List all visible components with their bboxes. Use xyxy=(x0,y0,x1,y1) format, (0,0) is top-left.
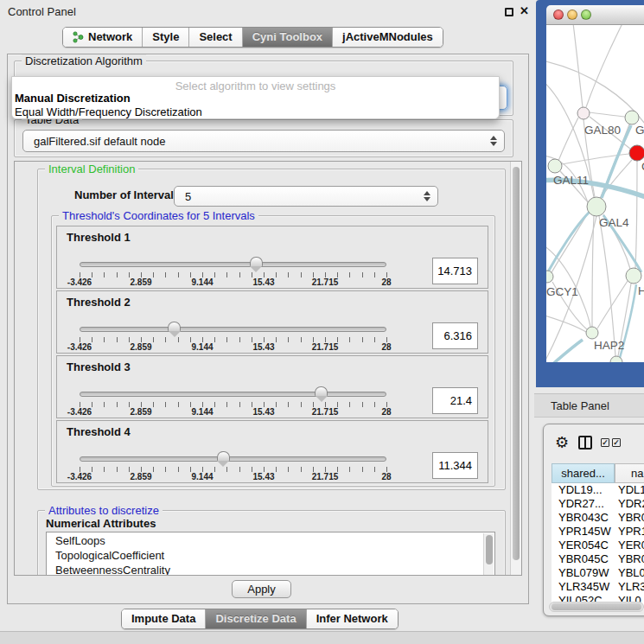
node-gal11[interactable] xyxy=(548,159,562,173)
popup-item-manual-discretization[interactable]: Manual Discretization xyxy=(15,92,131,105)
checkbox-icon[interactable]: ✓ xyxy=(601,438,609,447)
interval-definition-title: Interval Definition xyxy=(45,163,138,175)
popup-item-equal-width[interactable]: Equal Width/Frequency Discretization xyxy=(15,105,202,118)
app-root: Control Panel ✕ Network Style Select Cyn… xyxy=(0,0,644,644)
list-scrollbar[interactable] xyxy=(483,533,494,576)
numerical-attributes-list[interactable]: SelfLoops TopologicalCoefficient Between… xyxy=(46,532,495,576)
threshold-3-slider[interactable]: -3.426 2.859 9.144 15.43 21.715 28 xyxy=(80,387,386,417)
network-icon xyxy=(73,31,84,43)
table-row[interactable]: YER054CYER0 xyxy=(552,539,644,552)
node-top-right[interactable] xyxy=(625,111,639,124)
list-item[interactable]: SelfLoops xyxy=(55,534,105,547)
apply-button[interactable]: Apply xyxy=(232,580,291,598)
checkbox-icon[interactable]: ✓ xyxy=(612,438,621,447)
table-row[interactable]: YDR27...YDR2 xyxy=(552,497,644,511)
table-panel-bar: Table Panel xyxy=(534,393,644,418)
label-gal4: GAL4 xyxy=(599,216,629,229)
node-hap2[interactable] xyxy=(586,327,598,339)
threshold-3-panel: Threshold 3 -3.426 2.859 9.144 15.43 21.… xyxy=(56,355,488,418)
node-gal4[interactable] xyxy=(587,197,606,216)
algorithm-dropdown-popup: Select algorithm to view settings Manual… xyxy=(11,76,500,119)
close-traffic-light-icon[interactable] xyxy=(553,10,564,20)
table-body: YDL19...YDL1 YDR27...YDR2 YBR043CYBR0 YP… xyxy=(552,483,644,609)
slider-thumb[interactable] xyxy=(217,451,230,461)
float-window-icon[interactable] xyxy=(505,8,513,16)
table-row[interactable]: YBR043CYBR0 xyxy=(552,511,644,525)
slider-track[interactable] xyxy=(80,262,386,267)
list-item[interactable]: TopologicalCoefficient xyxy=(55,549,164,562)
node-selected-red[interactable] xyxy=(629,145,644,161)
label-gcy1: GCY1 xyxy=(546,285,578,298)
label-gal11: GAL11 xyxy=(553,174,589,187)
bottom-tab-bar: Impute Data Discretize Data Infer Networ… xyxy=(121,609,399,629)
gear-icon[interactable]: ⚙ xyxy=(555,433,569,451)
table-row[interactable]: YBL079WYBL0 xyxy=(552,566,644,580)
settings-scrollbar[interactable] xyxy=(510,162,521,575)
tab-infer-network[interactable]: Infer Network xyxy=(306,609,398,628)
table-row[interactable]: YBR045CYBR0 xyxy=(552,552,644,566)
combo-arrows-icon xyxy=(490,136,497,146)
discretization-algorithm-title: Discretization Algorithm xyxy=(22,54,146,67)
table-subwindow: ⚙ ✓ ✓ shared... na YDL19...YDL1 YDR27...… xyxy=(543,424,644,616)
tab-discretize-data[interactable]: Discretize Data xyxy=(205,609,305,628)
tab-select[interactable]: Select xyxy=(188,28,241,47)
table-data-combo[interactable]: galFiltered.sif default node xyxy=(22,130,505,152)
slider-thumb[interactable] xyxy=(168,322,181,331)
node-gcy1[interactable] xyxy=(546,271,553,283)
slider-track[interactable] xyxy=(80,392,386,397)
network-canvas[interactable]: GAL80 GA C GAL11 GAL4 GCY1 H HAP2 xyxy=(546,25,644,362)
zoom-traffic-light-icon[interactable] xyxy=(581,10,591,20)
columns-icon[interactable] xyxy=(578,436,592,450)
threshold-4-value-field[interactable]: 11.344 xyxy=(432,452,478,479)
table-row[interactable]: YDL19...YDL1 xyxy=(552,483,644,497)
table-horizontal-scrollbar[interactable] xyxy=(549,602,644,612)
number-of-intervals-label: Number of Intervals xyxy=(74,188,180,201)
tab-network[interactable]: Network xyxy=(63,28,142,47)
threshold-1-panel: Threshold 1 -3.426 2.859 9.144 15.43 21.… xyxy=(56,226,488,289)
number-of-intervals-spinner[interactable]: 5 xyxy=(174,186,438,207)
attributes-group-title: Attributes to discretize xyxy=(45,504,163,517)
minimize-traffic-light-icon[interactable] xyxy=(567,10,577,20)
slider-track[interactable] xyxy=(80,456,386,462)
column-header-shared-name[interactable]: shared... xyxy=(552,463,615,483)
table-data-value: galFiltered.sif default node xyxy=(34,135,165,148)
threshold-1-slider[interactable]: -3.426 2.859 9.144 15.43 21.715 28 xyxy=(80,258,386,287)
threshold-2-slider[interactable]: -3.426 2.859 9.144 15.43 21.715 28 xyxy=(80,322,386,352)
slider-thumb[interactable] xyxy=(315,386,328,396)
panel-title: Control Panel xyxy=(8,5,76,18)
tab-impute-data[interactable]: Impute Data xyxy=(122,609,205,628)
table-header-row: shared... na xyxy=(544,463,644,483)
slider-thumb[interactable] xyxy=(250,257,263,266)
threshold-1-value-field[interactable]: 14.713 xyxy=(432,258,478,284)
tab-network-label: Network xyxy=(88,30,132,43)
table-panel-title: Table Panel xyxy=(551,399,609,412)
threshold-2-value-field[interactable]: 6.316 xyxy=(432,322,478,349)
tab-style[interactable]: Style xyxy=(142,28,188,47)
table-toolbar: ⚙ ✓ ✓ xyxy=(544,431,644,459)
list-item[interactable]: BetweennessCentrality xyxy=(55,564,170,576)
threshold-4-panel: Threshold 4 -3.426 2.859 9.144 15.43 21.… xyxy=(56,420,488,483)
table-row[interactable]: YLR345WYLR3 xyxy=(552,580,644,594)
tab-jactivemnodules[interactable]: jActiveMNodules xyxy=(332,28,443,47)
threshold-4-slider[interactable]: -3.426 2.859 9.144 15.43 21.715 28 xyxy=(80,452,386,481)
thresholds-group-title: Threshold's Coordinates for 5 Intervals xyxy=(59,209,258,222)
slider-track[interactable] xyxy=(80,327,386,332)
close-icon[interactable]: ✕ xyxy=(520,4,529,17)
label-gal80: GAL80 xyxy=(584,124,621,137)
network-view-window: GAL80 GA C GAL11 GAL4 GCY1 H HAP2 xyxy=(536,0,644,387)
numerical-attributes-label: Numerical Attributes xyxy=(46,517,156,530)
label-hap2: HAP2 xyxy=(594,339,624,352)
settings-scroll-viewport: Interval Definition Number of Intervals … xyxy=(14,161,522,576)
control-panel-titlebar: Control Panel ✕ xyxy=(0,0,534,22)
tab-cyni-toolbox[interactable]: Cyni Toolbox xyxy=(242,28,332,47)
label-partial-ga: GA xyxy=(635,124,644,137)
network-window-titlebar[interactable] xyxy=(546,5,644,25)
threshold-2-panel: Threshold 2 -3.426 2.859 9.144 15.43 21.… xyxy=(56,290,488,354)
threshold-3-value-field[interactable]: 21.4 xyxy=(432,387,478,414)
window-bottom-strip xyxy=(0,631,644,644)
node-gal80[interactable] xyxy=(577,107,590,119)
spinner-arrows-icon xyxy=(424,191,430,201)
node-h[interactable] xyxy=(626,268,641,284)
column-header-name[interactable]: na xyxy=(615,463,644,483)
table-row[interactable]: YPR145WYPR1 xyxy=(552,525,644,539)
